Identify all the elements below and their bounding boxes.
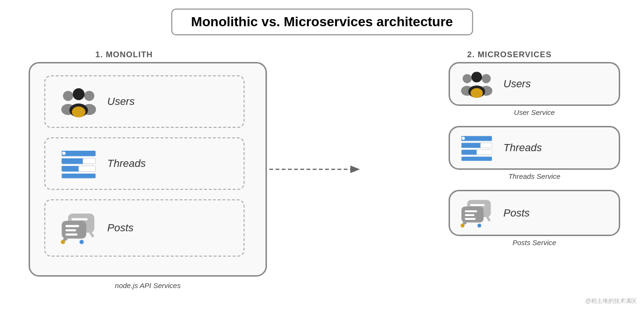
svg-rect-43 — [461, 156, 492, 161]
svg-rect-46 — [470, 204, 484, 206]
monolith-box: Users Threads — [29, 62, 267, 277]
threads-service-wrapper: Threads Threads Service — [449, 126, 620, 170]
svg-line-45 — [487, 217, 490, 220]
users-icon — [60, 86, 98, 117]
svg-rect-11 — [83, 158, 96, 164]
svg-point-26 — [80, 240, 84, 244]
svg-rect-25 — [65, 234, 77, 236]
svg-point-4 — [73, 88, 85, 100]
svg-point-2 — [84, 91, 94, 101]
monolith-footer: node.js API Services — [115, 281, 181, 289]
svg-point-34 — [471, 72, 482, 82]
svg-point-27 — [61, 240, 65, 244]
svg-line-17 — [90, 232, 92, 236]
threads-icon — [60, 148, 98, 179]
monolith-threads-label: Threads — [107, 157, 146, 170]
svg-point-38 — [462, 137, 465, 140]
svg-point-32 — [481, 74, 491, 83]
monolith-users-box: Users — [44, 75, 245, 128]
svg-rect-42 — [477, 150, 492, 155]
svg-point-30 — [462, 74, 471, 83]
microservices-col: Users User Service Threads Threads Servi… — [449, 62, 620, 241]
svg-rect-7 — [61, 150, 95, 156]
posts-service-name: Posts Service — [512, 238, 556, 247]
threads-service-label: Threads — [503, 142, 542, 154]
page-title: Monolithic vs. Microservices architectur… — [171, 9, 473, 35]
posts-service-box: Posts — [449, 190, 620, 236]
svg-point-8 — [62, 151, 65, 155]
users-service-box: Users — [449, 62, 620, 106]
microservices-label: 2. MICROSERVICES — [467, 50, 552, 60]
monolith-threads-box: Threads — [44, 137, 245, 190]
monolith-posts-label: Posts — [107, 222, 133, 234]
threads-service-icon — [460, 134, 494, 162]
svg-rect-51 — [465, 210, 477, 212]
svg-rect-13 — [61, 165, 81, 171]
svg-rect-18 — [72, 218, 88, 220]
posts-service-label: Posts — [503, 207, 530, 219]
monolith-posts-box: Posts — [44, 199, 245, 257]
svg-rect-15 — [61, 173, 95, 178]
svg-rect-23 — [65, 225, 79, 227]
svg-point-6 — [72, 106, 85, 117]
users-service-label: Users — [503, 78, 531, 90]
watermark: @稻土堆的技术满区 — [585, 297, 637, 305]
users-service-name: User Service — [514, 108, 555, 116]
svg-point-55 — [460, 224, 464, 227]
svg-point-36 — [470, 88, 483, 98]
svg-point-0 — [63, 91, 73, 101]
users-service-icon — [460, 70, 494, 98]
svg-rect-14 — [79, 165, 96, 171]
svg-rect-53 — [465, 218, 475, 220]
users-service-wrapper: Users User Service — [449, 62, 620, 106]
svg-rect-37 — [461, 136, 492, 141]
svg-point-54 — [478, 224, 481, 227]
svg-rect-24 — [65, 229, 76, 231]
svg-rect-40 — [480, 143, 492, 148]
threads-service-box: Threads — [449, 126, 620, 170]
posts-service-wrapper: Posts Posts Service — [449, 190, 620, 236]
threads-service-name: Threads Service — [508, 172, 560, 180]
migration-arrow — [269, 162, 365, 176]
svg-rect-10 — [61, 158, 85, 164]
svg-rect-52 — [465, 214, 474, 216]
svg-marker-29 — [350, 165, 360, 173]
monolith-users-label: Users — [107, 95, 134, 108]
monolith-label: 1. MONOLITH — [95, 50, 153, 60]
posts-service-icon — [460, 198, 494, 228]
posts-icon — [60, 211, 98, 245]
